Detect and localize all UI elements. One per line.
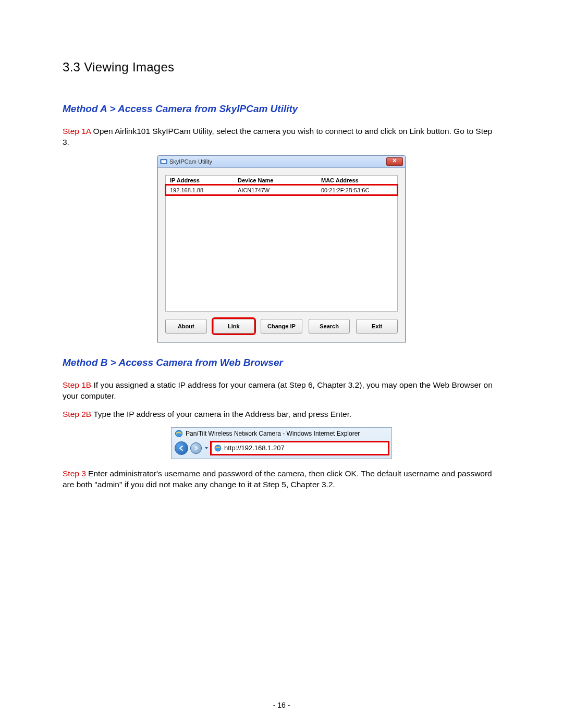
change-ip-button[interactable]: Change IP: [261, 319, 302, 334]
back-button[interactable]: [175, 441, 188, 455]
cell-mac: 00:21:2F:2B:53:6C: [321, 187, 393, 193]
window-title: SkyIPCam Utility: [169, 158, 212, 165]
ie-window-snippet: Pan/Tilt Wireless Network Camera - Windo…: [171, 427, 392, 459]
close-button[interactable]: [386, 157, 403, 166]
step-1b-text: If you assigned a static IP address for …: [63, 380, 493, 400]
step-3-label: Step 3: [63, 469, 86, 478]
exit-button[interactable]: Exit: [356, 319, 398, 334]
step-2b-text: Type the IP address of your camera in th…: [91, 410, 351, 418]
step-1a: Step 1A Open Airlink101 SkyIPCam Utility…: [63, 126, 500, 148]
about-button[interactable]: About: [165, 319, 207, 334]
cell-device: AICN1747W: [238, 187, 321, 193]
camera-list[interactable]: IP Address Device Name MAC Address 192.1…: [165, 175, 398, 312]
button-row: About Link Change IP Search Exit: [165, 319, 398, 334]
list-header: IP Address Device Name MAC Address: [166, 176, 397, 185]
step-3: Step 3 Enter administrator's username an…: [63, 468, 500, 490]
method-b-heading: Method B > Access Camera from Web Browse…: [63, 357, 500, 368]
method-a-heading: Method A > Access Camera from SkyIPCam U…: [63, 103, 500, 115]
col-device: Device Name: [238, 177, 321, 183]
step-1a-text: Open Airlink101 SkyIPCam Utility, select…: [63, 127, 492, 146]
step-3-text: Enter administrator's username and passw…: [63, 469, 492, 489]
page-number: - 16 -: [0, 701, 563, 709]
page-icon: [214, 444, 222, 452]
title-bar: SkyIPCam Utility: [158, 156, 405, 168]
step-2b: Step 2B Type the IP address of your came…: [63, 409, 500, 420]
section-heading: 3.3 Viewing Images: [63, 60, 500, 75]
skyipcam-utility-window: SkyIPCam Utility IP Address Device Name …: [157, 155, 406, 342]
camera-row[interactable]: 192.168.1.88 AICN1747W 00:21:2F:2B:53:6C: [166, 185, 397, 195]
address-url: http://192.168.1.207: [224, 444, 285, 452]
cell-ip: 192.168.1.88: [170, 187, 238, 193]
search-button[interactable]: Search: [309, 319, 350, 334]
step-1b: Step 1B If you assigned a static IP addr…: [63, 380, 500, 402]
client-area: IP Address Device Name MAC Address 192.1…: [158, 168, 405, 342]
step-1a-label: Step 1A: [63, 127, 91, 135]
ie-title-bar: Pan/Tilt Wireless Network Camera - Windo…: [172, 428, 391, 439]
nav-dropdown-icon[interactable]: [204, 446, 209, 451]
step-2b-label: Step 2B: [63, 410, 91, 418]
col-mac: MAC Address: [321, 177, 393, 183]
ie-icon: [175, 429, 183, 438]
address-bar[interactable]: http://192.168.1.207: [211, 442, 388, 454]
link-button[interactable]: Link: [213, 319, 255, 334]
step-1b-label: Step 1B: [63, 380, 91, 389]
col-ip: IP Address: [170, 177, 238, 183]
ie-nav-bar: http://192.168.1.207: [172, 439, 391, 459]
app-icon: [160, 158, 167, 165]
ie-title-text: Pan/Tilt Wireless Network Camera - Windo…: [186, 430, 360, 437]
forward-button[interactable]: [190, 442, 202, 454]
svg-rect-1: [162, 160, 166, 163]
